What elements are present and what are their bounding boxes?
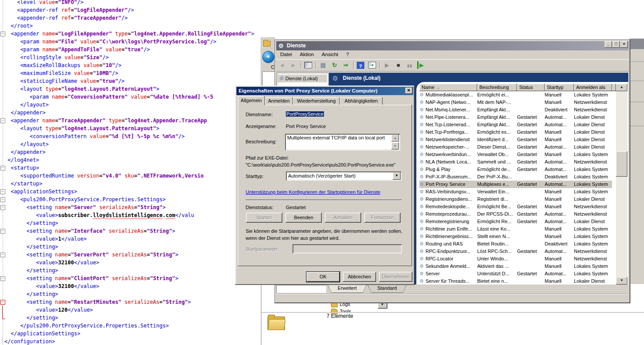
service-row[interactable]: ⚙Netzwerkspeicher-...Dieser Dienst...Ges… — [416, 143, 616, 151]
extended-view-icon[interactable] — [368, 62, 376, 68]
fold-marker-icon[interactable]: − — [0, 189, 5, 194]
tab-allgemein[interactable]: Allgemein — [238, 96, 265, 105]
vertical-scrollbar[interactable]: ▲ ▼ — [616, 84, 627, 285]
stop-icon[interactable] — [394, 61, 402, 69]
filter-input[interactable] — [276, 285, 326, 293]
view-tab-erweitert[interactable]: Erweitert — [327, 285, 367, 293]
column-header-starttyp[interactable]: Starttyp — [545, 84, 574, 91]
forward-icon[interactable] — [289, 61, 297, 69]
column-header-name[interactable]: Name▲ — [419, 84, 477, 91]
fold-marker-icon[interactable]: − — [0, 253, 5, 257]
service-row[interactable]: ⚙Plug & PlayErmöglicht de...GestartetAut… — [416, 166, 616, 173]
properties-icon[interactable] — [319, 61, 327, 69]
maximize-button[interactable]: □ — [612, 41, 620, 48]
back-button[interactable] — [262, 51, 274, 63]
export-list-icon[interactable] — [342, 61, 350, 69]
starten-button[interactable]: Starten — [246, 213, 282, 223]
service-row[interactable]: ⚙NetzwerklistendienstIdentifiziert d...G… — [416, 136, 616, 143]
service-row[interactable]: ⚙RAS-Verbindungsv...Verwaltet Ein...Manu… — [416, 188, 616, 196]
view-tab-label: Erweitert — [328, 285, 366, 292]
start-params-input[interactable] — [292, 244, 402, 253]
help-icon[interactable] — [357, 62, 364, 69]
fold-marker-icon[interactable]: − — [0, 118, 5, 123]
tab-wiederherstellung[interactable]: Wiederherstellung — [293, 97, 340, 105]
service-row[interactable]: ⚙RPC-LocatorUnter Windo...ManuellNetzwer… — [416, 255, 616, 263]
service-row[interactable]: ⚙Remoteprozedurau...Der RPCSS-Di...Gesta… — [416, 210, 616, 218]
service-row[interactable]: ⚙PnP-X-IP-Busenum...Der PnP-X-Bu...Deakt… — [416, 173, 616, 181]
service-row[interactable]: ⚙NLA (Network Loca...Sammelt und ...Gest… — [416, 158, 616, 166]
tab-page-allgemein: Dienstname: PortProxyService Anzeigename… — [238, 105, 412, 266]
menu-ansicht[interactable]: Ansicht — [318, 50, 342, 59]
scroll-down-icon[interactable]: ▼ — [391, 142, 399, 149]
code-line: <puls200.PortProxyService.Properties.Set… — [4, 196, 254, 203]
service-row[interactable]: ⚙RemoteregistrierungErmöglicht Re...Gest… — [416, 218, 616, 225]
service-row[interactable]: ⚙Port Proxy ServiceMultiplexes e...Gesta… — [416, 181, 616, 188]
fold-marker-icon[interactable]: − — [0, 229, 5, 234]
code-line: </puls200.PortProxyService.Properties.Se… — [4, 322, 254, 330]
service-row[interactable]: ⚙RPC-Endpunktzuor...Löst RPC-Sch...Gesta… — [416, 248, 616, 255]
titlebar[interactable]: ⚙ Dienste — [276, 41, 629, 50]
selection-bracket — [2, 306, 5, 319]
description-textbox[interactable]: Multiplexes external TCP/IP data on loca… — [285, 134, 400, 150]
restart-icon[interactable] — [417, 61, 425, 69]
menu-datei[interactable]: Datei — [276, 50, 296, 59]
ok-button[interactable]: OK — [306, 272, 340, 282]
ubernehmen-button[interactable]: Übernehmen — [379, 272, 412, 282]
service-row[interactable]: ⚙ServerUnterstützt D...GestartetAutomat.… — [416, 270, 616, 277]
tab-abhängigkeiten[interactable]: Abhängigkeiten — [340, 97, 383, 105]
service-row[interactable]: ⚙Server für Threads...Bietet eine n...Ma… — [416, 277, 616, 285]
service-row[interactable]: ⚙Richtlinie zum Entfe...Lässt eine Ko...… — [416, 225, 616, 233]
scrollbar-thumb[interactable] — [616, 151, 627, 177]
cell: Lokaler Dienst — [574, 143, 611, 151]
service-row[interactable]: ⚙Remotedesktopdie...Ermöglicht Be...Gest… — [416, 203, 616, 210]
pause-icon[interactable] — [406, 61, 414, 69]
gear-icon: ⚙ — [419, 248, 424, 255]
menu-aktion[interactable]: Aktion — [296, 50, 318, 59]
menu-help[interactable]: ? — [342, 50, 353, 59]
tree-item-dienste-lokal[interactable]: ⚙Dienste (Lokal) — [278, 75, 327, 82]
code-line: <setting name="RestartMinutes" serialize… — [4, 298, 254, 306]
fold-marker-icon[interactable]: − — [0, 276, 5, 281]
start-icon[interactable] — [383, 61, 391, 69]
service-row[interactable]: ⚙Net.Msmq-Listener...Empfängt Akt...Deak… — [416, 106, 616, 114]
view-tab-standard[interactable]: Standard — [367, 285, 407, 293]
dialog-titlebar[interactable]: Eigenschaften von Port Proxy Service (Lo… — [236, 87, 413, 95]
service-row[interactable]: ⚙Net.Tcp-Portfreiga...Ermöglicht es...Ge… — [416, 128, 616, 136]
scroll-up-icon[interactable]: ▲ — [391, 135, 399, 142]
service-row[interactable]: ⚙Registrierungsdiens...Registriert di...… — [416, 196, 616, 203]
fortsetzen-button[interactable]: Fortsetzen — [364, 213, 401, 223]
service-row[interactable]: ⚙Net.Tcp-Listenerad...Empfängt Akt...Ges… — [416, 121, 616, 128]
back-icon[interactable] — [278, 61, 286, 69]
chevron-down-icon[interactable]: ▼ — [393, 172, 401, 180]
close-icon[interactable] — [405, 88, 412, 94]
service-row[interactable]: ⚙Sekundäre Anmeld...Aktiviert das ...Man… — [416, 263, 616, 270]
service-row[interactable]: ⚙Richtlinienergebniss...Stellt einen N..… — [416, 233, 616, 240]
service-row[interactable]: ⚙Routing und RASBietet Routin...Deaktivi… — [416, 240, 616, 248]
minimize-button[interactable]: _ — [605, 41, 612, 48]
startup-options-help-link[interactable]: Unterstützung beim Konfigurieren der Sta… — [246, 189, 380, 195]
beenden-button[interactable]: Beenden — [285, 213, 322, 223]
fold-marker-icon[interactable]: − — [0, 197, 5, 202]
column-header-beschreibung[interactable]: Beschreibung — [477, 84, 517, 91]
fold-marker-icon[interactable]: − — [0, 166, 5, 171]
anhalten-button[interactable]: Anhalten — [325, 213, 361, 223]
service-row[interactable]: ⚙Multimediaklassenpl...Ermöglicht ei...M… — [416, 91, 616, 99]
console-tree-icon[interactable] — [304, 62, 312, 68]
service-row[interactable]: ⚙NAP-Agent (Netwo...Mit dem NAP-...Manue… — [416, 99, 616, 106]
service-name-value[interactable]: PortProxyService — [286, 111, 324, 117]
fold-marker-icon[interactable]: − — [0, 300, 5, 305]
refresh-icon[interactable] — [331, 61, 338, 69]
abbrechen-button[interactable]: Abbrechen — [343, 272, 376, 282]
column-header-status[interactable]: Status — [517, 84, 545, 91]
tab-anmelden[interactable]: Anmelden — [265, 97, 293, 105]
service-row[interactable]: ⚙Net.Pipe-Listenera...Empfängt Akt...Ges… — [416, 114, 616, 121]
close-button[interactable]: × — [620, 41, 628, 48]
startup-type-select[interactable]: Automatisch (Verzögerter Start) ▼ — [286, 171, 401, 181]
fold-marker-icon[interactable]: − — [0, 205, 5, 210]
cell: PnP-X-IP-Busenum... — [426, 173, 476, 181]
column-header-anmelden-als[interactable]: Anmelden als — [574, 84, 612, 91]
fold-marker-icon[interactable]: − — [0, 32, 5, 36]
service-row[interactable]: ⚙Netzwerkverbindun...Verwaltet Ob...Gest… — [416, 151, 616, 158]
scroll-up-button[interactable]: ▲ — [616, 84, 627, 91]
scroll-down-button[interactable]: ▼ — [616, 277, 627, 285]
